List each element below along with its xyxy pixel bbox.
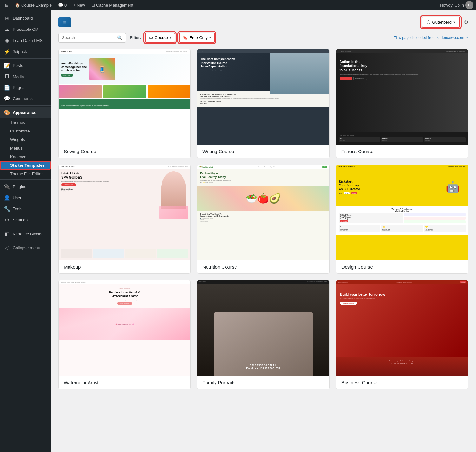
template-preview-fitness: FITNESS COURSES HOME ABOUT FAQ BUY CONTA…	[336, 49, 468, 145]
appearance-icon: 🎨	[4, 110, 10, 116]
kadence-blocks-icon: ◧	[4, 231, 10, 237]
kadencewp-link[interactable]: This page is loaded from kadencewp.com ↗	[394, 36, 468, 40]
sidebar-item-starter-templates[interactable]: Starter Templates	[0, 161, 51, 170]
posts-icon: 📝	[4, 63, 10, 69]
template-label-watercolor: Watercolor Artist	[59, 376, 190, 389]
kadence-logo: ≡	[58, 17, 71, 27]
template-grid: NEEDLES HOME ABOUT FAQ BLOG CONTACT Beau…	[58, 49, 468, 389]
template-preview-portrait: MONICA BOAS HOME ABOUT GALLERY PORTFOLIO…	[197, 280, 329, 376]
wp-logo-button[interactable]: ⊞	[3, 0, 11, 10]
course-filter-tag-icon: 🏷	[149, 36, 153, 40]
template-label-design: Design Course	[336, 260, 468, 273]
user-avatar[interactable]: C	[465, 1, 473, 9]
sidebar-item-jetpack[interactable]: ⚡ Jetpack	[0, 46, 51, 57]
free-only-filter-dropdown[interactable]: 🔖 Free Only ▾	[179, 33, 215, 43]
template-card-design[interactable]: 3D DESIGN COURSES Themes About Services …	[336, 165, 468, 274]
sidebar-item-pages[interactable]: 📄 Pages	[0, 82, 51, 93]
sidebar-item-theme-file-editor[interactable]: Theme File Editor	[0, 170, 51, 178]
dashboard-icon: ⊞	[4, 15, 10, 21]
template-label-business: Business Course	[336, 376, 468, 389]
gutenberg-icon: ⬡	[427, 20, 430, 24]
collapse-icon: ◁	[4, 245, 10, 251]
settings-icon: ⚙	[4, 217, 10, 223]
users-icon: 👤	[4, 195, 10, 201]
admin-bar: ⊞ 🏠 Course Example 💬 0 + New ⊡ Cache Man…	[0, 0, 476, 10]
filter-bar: 🔍 Filter: 🏷 Course ▾ 🔖 Free Only ▾ This …	[58, 33, 468, 43]
template-label-fitness: Fitness Course	[336, 145, 468, 158]
header-right: ⬡ Gutenberg ▾ ⚙	[422, 17, 468, 28]
free-dropdown-arrow-icon: ▾	[209, 36, 211, 39]
sidebar-item-settings[interactable]: ⚙ Settings	[0, 214, 51, 226]
template-card-fitness[interactable]: FITNESS COURSES HOME ABOUT FAQ BUY CONTA…	[336, 49, 468, 158]
tools-icon: 🔧	[4, 206, 10, 212]
sidebar-item-users[interactable]: 👤 Users	[0, 192, 51, 203]
template-preview-business: BUSINESS COURSES HOME ABOUT FAQ BUY CONT…	[336, 280, 468, 376]
template-label-writing: Writing Course	[197, 145, 329, 158]
template-label-sewing: Sewing Course	[59, 145, 190, 158]
free-filter-bookmark-icon: 🔖	[183, 36, 188, 40]
content-header: ≡ ⬡ Gutenberg ▾ ⚙	[58, 17, 468, 28]
plugins-icon: 🔌	[4, 184, 10, 190]
sidebar-item-kadence-blocks[interactable]: ◧ Kadence Blocks	[0, 228, 51, 239]
search-icon: 🔍	[117, 35, 122, 40]
sidebar-item-kadence[interactable]: Kadence	[0, 152, 51, 161]
search-box[interactable]: 🔍	[58, 33, 126, 43]
course-filter-dropdown[interactable]: 🏷 Course ▾	[145, 33, 175, 43]
template-card-sewing[interactable]: NEEDLES HOME ABOUT FAQ BLOG CONTACT Beau…	[58, 49, 191, 158]
template-label-nutrition: Nutrition Course	[197, 260, 329, 273]
sidebar-item-themes[interactable]: Themes	[0, 118, 51, 127]
sidebar-item-dashboard[interactable]: ⊞ Dashboard	[0, 13, 51, 24]
filter-label: Filter:	[130, 35, 141, 40]
template-card-portrait[interactable]: MONICA BOAS HOME ABOUT GALLERY PORTFOLIO…	[197, 280, 329, 389]
sidebar-item-tools[interactable]: 🔧 Tools	[0, 203, 51, 214]
template-card-business[interactable]: BUSINESS COURSES HOME ABOUT FAQ BUY CONT…	[336, 280, 468, 389]
course-dropdown-arrow-icon: ▾	[170, 36, 171, 39]
sidebar-item-posts[interactable]: 📝 Posts	[0, 60, 51, 71]
sidebar-item-plugins[interactable]: 🔌 Plugins	[0, 181, 51, 192]
template-preview-makeup: BEAUTY & SPA BLOG COURSE THE STORY BOOK …	[59, 165, 190, 260]
sidebar-item-widgets[interactable]: Widgets	[0, 135, 51, 144]
template-label-portrait: Family Portraits	[197, 376, 329, 389]
kadence-logo-icon: ≡	[58, 17, 71, 27]
template-card-nutrition[interactable]: 🥗 healthy diet Course About Testimonials…	[197, 165, 329, 274]
template-label-makeup: Makeup	[59, 260, 190, 273]
sidebar-item-menus[interactable]: Menus	[0, 144, 51, 152]
media-icon: 🖼	[4, 74, 10, 79]
sidebar-item-customize[interactable]: Customize	[0, 127, 51, 135]
comments-link[interactable]: 💬 0	[56, 0, 69, 10]
sidebar-item-pressable[interactable]: ☁ Pressable CM	[0, 24, 51, 35]
search-input[interactable]	[62, 35, 115, 40]
template-preview-watercolor: About Me Shop Blog A-Z Shop Contact Wate…	[59, 280, 190, 376]
template-card-writing[interactable]: Writing Course HOME ABOUT FAQ CONTACT Th…	[197, 49, 329, 158]
sidebar-item-comments[interactable]: 💬 Comments	[0, 93, 51, 104]
jetpack-icon: ⚡	[4, 49, 10, 55]
template-preview-design: 3D DESIGN COURSES Themes About Services …	[336, 165, 468, 260]
sidebar-item-media[interactable]: 🖼 Media	[0, 71, 51, 82]
comments-icon: 💬	[4, 96, 10, 102]
site-name-link[interactable]: 🏠 Course Example	[12, 0, 54, 10]
sidebar-item-appearance[interactable]: 🎨 Appearance	[0, 107, 51, 118]
cache-management-link[interactable]: ⊡ Cache Management	[89, 0, 136, 10]
sidebar-item-learndash[interactable]: ◈ LearnDash LMS	[0, 35, 51, 46]
sidebar-collapse-button[interactable]: ◁ Collapse menu	[0, 242, 51, 253]
learndash-icon: ◈	[4, 37, 10, 44]
main-content: ≡ ⬡ Gutenberg ▾ ⚙ 🔍 Filter: 🏷 Course	[51, 10, 476, 452]
template-card-watercolor[interactable]: About Me Shop Blog A-Z Shop Contact Wate…	[58, 280, 191, 389]
template-preview-nutrition: 🥗 healthy diet Course About Testimonials…	[197, 165, 329, 260]
gutenberg-arrow-icon: ▾	[453, 20, 455, 24]
gutenberg-button[interactable]: ⬡ Gutenberg ▾	[422, 17, 460, 28]
template-card-makeup[interactable]: BEAUTY & SPA BLOG COURSE THE STORY BOOK …	[58, 165, 191, 274]
page-settings-icon[interactable]: ⚙	[464, 19, 468, 25]
pages-icon: 📄	[4, 84, 10, 91]
sidebar: ⊞ Dashboard ☁ Pressable CM ◈ LearnDash L…	[0, 10, 51, 452]
pressable-icon: ☁	[4, 26, 10, 32]
template-preview-writing: Writing Course HOME ABOUT FAQ CONTACT Th…	[197, 49, 329, 145]
new-button[interactable]: + New	[70, 0, 88, 10]
howdy-text: Howdy, Colin	[440, 3, 464, 8]
template-preview-sewing: NEEDLES HOME ABOUT FAQ BLOG CONTACT Beau…	[59, 49, 190, 145]
